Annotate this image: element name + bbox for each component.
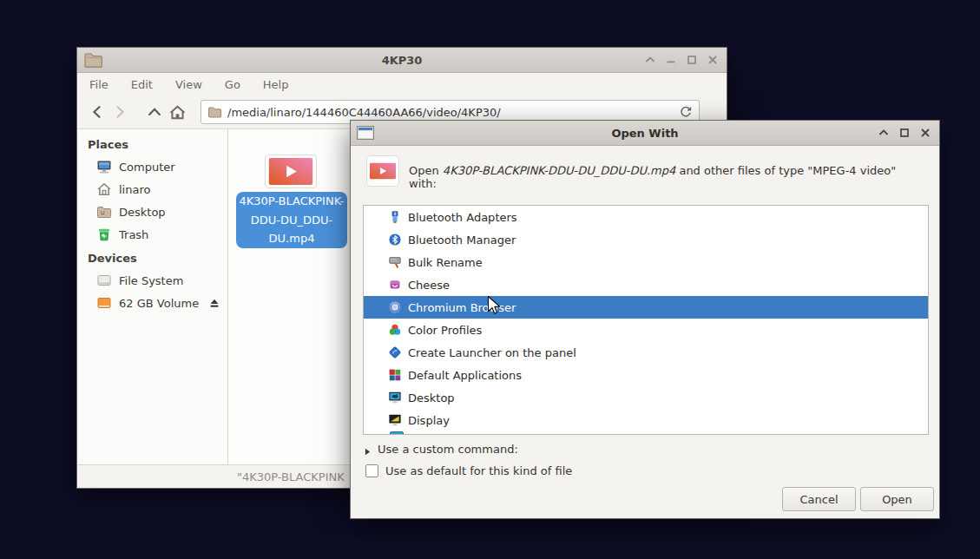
app-row-bluetooth-adapters[interactable]: Bluetooth Adapters [364, 206, 928, 228]
cancel-button[interactable]: Cancel [782, 487, 856, 511]
app-label: Color Profiles [408, 324, 482, 337]
default-apps-icon [388, 368, 402, 382]
close-button[interactable] [706, 54, 720, 66]
folder-icon [207, 105, 221, 119]
launcher-icon [388, 345, 402, 359]
app-row-cheese[interactable]: Cheese [364, 273, 928, 296]
window-icon [357, 126, 374, 140]
path-text: /media/linaro/144460C44460AA66/video/4KP… [227, 106, 674, 119]
reload-icon[interactable] [679, 105, 693, 119]
default-checkbox-row: Use as default for this kind of file [365, 464, 572, 477]
sidebar-item-computer[interactable]: Computer [77, 155, 227, 178]
open-with-dialog: Open With Open 4K30P-BLACKPINK-DDU-DU_DD… [350, 120, 940, 519]
app-row-create-launcher-on-the-panel[interactable]: Create Launcher on the panel [364, 341, 928, 364]
shade-button[interactable] [643, 54, 657, 66]
app-label: Desktop [408, 391, 455, 404]
chromium-icon [388, 300, 402, 314]
mouse-cursor [487, 295, 502, 315]
color-profiles-icon [388, 323, 402, 337]
custom-command-expander[interactable]: Use a custom command: [365, 443, 518, 456]
desktop-folder-icon [96, 204, 112, 220]
volume-orange-icon [96, 295, 112, 311]
sidebar-item-label: linaro [119, 183, 150, 196]
sidebar-item-label: Desktop [119, 206, 166, 219]
menu-view[interactable]: View [175, 78, 202, 91]
header-filename: 4K30P-BLACKPINK-DDU-DU_DDU-DU.mp4 [443, 164, 675, 177]
video-file-icon [366, 155, 399, 187]
display-icon [388, 413, 402, 427]
app-label: Default Applications [408, 369, 522, 382]
app-label: Bluetooth Adapters [408, 211, 517, 224]
sidebar-item-label: Trash [119, 228, 148, 241]
sidebar-item-label: 62 GB Volume [119, 297, 199, 310]
expander-label: Use a custom command: [378, 443, 518, 456]
app-row-default-applications[interactable]: Default Applications [364, 364, 928, 386]
forward-button[interactable] [109, 101, 131, 123]
maximize-button[interactable] [685, 54, 699, 66]
app-label: Cheese [408, 279, 450, 292]
back-button[interactable] [86, 101, 109, 123]
dialog-header-text: Open 4K30P-BLACKPINK-DDU-DU_DDU-DU.mp4 a… [409, 164, 927, 190]
menu-edit[interactable]: Edit [131, 78, 153, 91]
partial-app-icon [390, 431, 404, 435]
devices-header: Devices [77, 247, 227, 269]
fm-sidebar: PlacesComputerlinaroDesktopTrashDevicesF… [77, 129, 228, 464]
bt-adapter-icon [388, 210, 402, 224]
maximize-button[interactable] [898, 127, 911, 139]
app-label: Bulk Rename [408, 256, 483, 269]
desktop: 4KP30 FileEditViewGoHelp /media/linaro/1… [0, 0, 980, 559]
home-icon [96, 181, 112, 197]
app-row-color-profiles[interactable]: Color Profiles [364, 319, 928, 341]
header-prefix: Open [409, 164, 443, 177]
folder-icon [82, 50, 103, 69]
sidebar-item-linaro[interactable]: linaro [77, 178, 227, 201]
bulk-rename-icon [388, 255, 402, 269]
dialog-title: Open With [351, 127, 939, 140]
bt-manager-icon [388, 233, 402, 247]
app-row-bulk-rename[interactable]: Bulk Rename [364, 251, 928, 273]
menu-help[interactable]: Help [263, 78, 289, 91]
statusbar-text: "4K30P-BLACKPINK [237, 470, 345, 483]
menu-go[interactable]: Go [225, 78, 240, 91]
app-label: Display [408, 414, 450, 427]
fm-window-title: 4KP30 [77, 54, 727, 67]
eject-icon[interactable] [208, 297, 220, 309]
up-button[interactable] [143, 101, 166, 123]
checkbox-label: Use as default for this kind of file [385, 464, 572, 477]
sidebar-item-desktop[interactable]: Desktop [77, 201, 227, 223]
sidebar-item-trash[interactable]: Trash [77, 223, 227, 246]
open-button[interactable]: Open [860, 487, 934, 511]
file-name-label[interactable]: 4K30P-BLACKPINK- DDU-DU_DDU- DU.mp4 [236, 192, 347, 248]
minimize-button[interactable] [664, 54, 678, 66]
app-label: Create Launcher on the panel [408, 346, 576, 359]
sidebar-item-file-system[interactable]: File System [77, 269, 227, 292]
close-button[interactable] [918, 127, 932, 139]
home-button[interactable] [166, 101, 188, 123]
computer-icon [96, 159, 112, 174]
app-row-desktop[interactable]: Desktop [364, 386, 928, 409]
drive-icon [96, 273, 112, 288]
dialog-titlebar[interactable]: Open With [351, 121, 939, 146]
app-label: Bluetooth Manager [408, 233, 516, 247]
cheese-icon [388, 278, 402, 292]
app-row-bluetooth-manager[interactable]: Bluetooth Manager [364, 228, 928, 251]
sidebar-item-label: File System [119, 274, 183, 287]
desktop-monitor-icon [388, 391, 402, 404]
expander-arrow-icon [365, 445, 371, 453]
app-row-chromium-browser[interactable]: Chromium Browser [364, 296, 928, 319]
application-list: Bluetooth AdaptersBluetooth ManagerBulk … [363, 205, 929, 435]
app-row-display[interactable]: Display [364, 409, 928, 431]
fm-titlebar[interactable]: 4KP30 [77, 48, 727, 73]
sidebar-item-62-gb-volume[interactable]: 62 GB Volume [77, 292, 227, 314]
default-checkbox[interactable] [365, 464, 378, 477]
trash-icon [96, 227, 112, 242]
places-header: Places [77, 133, 227, 155]
video-thumbnail[interactable] [265, 155, 317, 188]
sidebar-item-label: Computer [119, 161, 175, 174]
shade-button[interactable] [877, 127, 891, 139]
menu-file[interactable]: File [89, 78, 109, 91]
fm-menubar: FileEditViewGoHelp [77, 73, 727, 95]
